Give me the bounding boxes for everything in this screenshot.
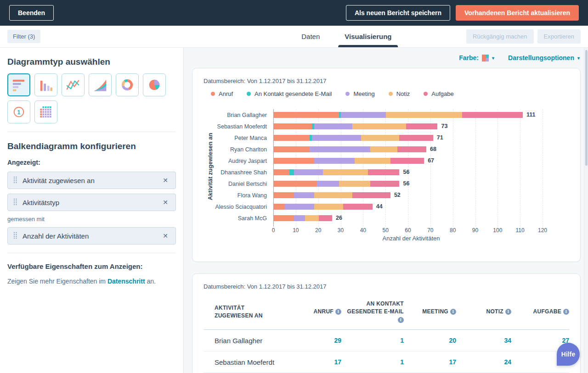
exit-button[interactable]: Beenden: [9, 5, 54, 21]
tab-visualisierung[interactable]: Visualisierung: [338, 26, 398, 47]
info-icon[interactable]: i: [505, 309, 511, 315]
chart-type-pivot-table[interactable]: [34, 100, 57, 123]
bar-segment[interactable]: [289, 169, 294, 175]
bar-segment[interactable]: [390, 158, 424, 164]
chart-type-area[interactable]: [89, 73, 112, 96]
property-pill[interactable]: Aktivitätstyp✕: [7, 194, 176, 211]
bar-segment[interactable]: [294, 215, 305, 221]
display-options-dropdown[interactable]: Darstellungsoptionen ▾: [508, 54, 580, 61]
value-cell[interactable]: 27: [511, 337, 569, 344]
chart-type-donut[interactable]: [116, 73, 139, 96]
column-header[interactable]: Notizi: [456, 308, 511, 316]
drag-handle-icon[interactable]: [13, 198, 17, 206]
value-cell[interactable]: 20: [404, 337, 456, 344]
help-button[interactable]: Hilfe: [557, 343, 580, 366]
drag-handle-icon[interactable]: [13, 232, 17, 240]
bar-segment[interactable]: [312, 135, 361, 141]
bar-segment[interactable]: [352, 123, 406, 129]
info-icon[interactable]: i: [398, 317, 404, 323]
legend-item[interactable]: Aufgabe: [424, 90, 453, 97]
value-cell[interactable]: 24: [456, 358, 511, 366]
value-cell[interactable]: 1: [341, 337, 404, 344]
bar-segment[interactable]: [314, 158, 355, 164]
bar-segment[interactable]: [310, 146, 370, 152]
stacked-bar[interactable]: [274, 135, 433, 141]
chart-type-horizontal-bar[interactable]: [7, 73, 30, 96]
data-step-link[interactable]: Datenschritt: [107, 278, 145, 285]
info-icon[interactable]: i: [450, 309, 456, 315]
value-cell[interactable]: 34: [456, 337, 511, 344]
bar-segment[interactable]: [462, 112, 523, 118]
save-as-new-report-button[interactable]: Als neuen Bericht speichern: [346, 5, 450, 21]
bar-segment[interactable]: [397, 146, 426, 152]
value-cell[interactable]: 29: [282, 337, 341, 344]
bar-segment[interactable]: [370, 146, 397, 152]
column-header[interactable]: An Kontakt gesendete E-Maili: [341, 300, 404, 324]
bar-segment[interactable]: [317, 181, 339, 187]
bar-segment[interactable]: [352, 192, 390, 198]
info-icon[interactable]: i: [335, 309, 341, 315]
chart-type-pie[interactable]: [143, 73, 166, 96]
legend-item[interactable]: An Kontakt gesendete E-Mail: [247, 90, 332, 97]
stacked-bar[interactable]: [274, 215, 332, 221]
bar-segment[interactable]: [274, 204, 285, 210]
bar-segment[interactable]: [285, 204, 314, 210]
column-header[interactable]: Aufgabei: [511, 308, 569, 316]
update-existing-report-button[interactable]: Vorhandenen Bericht aktualisieren: [456, 5, 579, 21]
drag-handle-icon[interactable]: [13, 176, 17, 184]
property-pill[interactable]: Anzahl der Aktivitäten✕: [7, 227, 176, 245]
column-header[interactable]: Aktivität zugewiesen an: [204, 304, 282, 320]
bar-segment[interactable]: [274, 135, 310, 141]
column-header[interactable]: Meetingi: [404, 308, 456, 316]
bar-segment[interactable]: [361, 135, 399, 141]
stacked-bar[interactable]: [274, 204, 373, 210]
value-cell[interactable]: 17: [282, 358, 341, 366]
bar-segment[interactable]: [314, 204, 343, 210]
stacked-bar[interactable]: [274, 181, 399, 187]
bar-segment[interactable]: [274, 215, 294, 221]
stacked-bar[interactable]: [274, 158, 424, 164]
value-cell[interactable]: 17: [404, 358, 456, 366]
scrollbar-thumb[interactable]: [585, 50, 588, 166]
stacked-bar[interactable]: [274, 112, 523, 118]
stacked-bar[interactable]: [274, 192, 390, 198]
bar-segment[interactable]: [274, 181, 317, 187]
undo-button[interactable]: Rückgängig machen: [466, 29, 534, 44]
bar-segment[interactable]: [274, 123, 312, 129]
bar-segment[interactable]: [314, 192, 352, 198]
property-pill[interactable]: Aktivität zugewiesen an✕: [7, 172, 176, 189]
bar-segment[interactable]: [368, 169, 399, 175]
bar-segment[interactable]: [341, 112, 386, 118]
color-picker[interactable]: Farbe: ▾: [459, 54, 494, 61]
bar-segment[interactable]: [305, 215, 318, 221]
bar-segment[interactable]: [294, 192, 314, 198]
info-icon[interactable]: i: [563, 309, 569, 315]
bar-segment[interactable]: [339, 181, 370, 187]
bar-segment[interactable]: [370, 181, 399, 187]
tab-daten[interactable]: Daten: [295, 26, 326, 47]
column-header[interactable]: Anrufi: [282, 308, 341, 316]
bar-segment[interactable]: [406, 123, 437, 129]
bar-segment[interactable]: [386, 112, 462, 118]
bar-segment[interactable]: [314, 123, 352, 129]
stacked-bar[interactable]: [274, 169, 399, 175]
bar-segment[interactable]: [399, 135, 433, 141]
stacked-bar[interactable]: [274, 146, 426, 152]
filter-button[interactable]: Filter (3): [7, 30, 40, 43]
bar-segment[interactable]: [355, 158, 390, 164]
chart-type-summary[interactable]: 1: [7, 100, 30, 123]
remove-pill-icon[interactable]: ✕: [161, 176, 170, 185]
legend-item[interactable]: Meeting: [345, 90, 374, 97]
legend-item[interactable]: Anruf: [211, 90, 233, 97]
legend-item[interactable]: Notiz: [389, 90, 410, 97]
bar-segment[interactable]: [274, 112, 339, 118]
scrollbar-track[interactable]: [584, 48, 588, 373]
bar-segment[interactable]: [274, 192, 294, 198]
bar-segment[interactable]: [319, 215, 332, 221]
remove-pill-icon[interactable]: ✕: [161, 231, 170, 240]
bar-segment[interactable]: [274, 158, 314, 164]
bar-segment[interactable]: [343, 204, 372, 210]
bar-segment[interactable]: [323, 169, 368, 175]
chart-type-line[interactable]: [62, 73, 85, 96]
value-cell[interactable]: 1: [341, 358, 404, 366]
